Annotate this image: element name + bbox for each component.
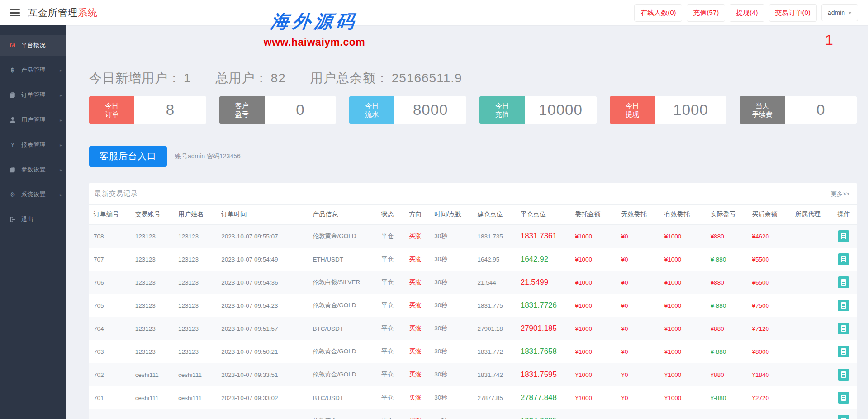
- cell-agent: [791, 294, 834, 317]
- summary-label: 总用户：: [216, 71, 268, 85]
- cell-action: [834, 409, 857, 419]
- cell-account: ceshi111: [131, 386, 174, 409]
- cell-direction: 买涨: [404, 225, 430, 248]
- row-detail-button[interactable]: [838, 276, 849, 288]
- cell-action: [834, 225, 857, 248]
- column-header: 操作: [834, 205, 857, 225]
- sidebar-item-reports[interactable]: ¥报表管理▸: [0, 134, 66, 155]
- cell-balance: ¥4620: [747, 225, 790, 248]
- orders-icon: [9, 92, 17, 98]
- summary-stat: 用户总余额：25166511.9: [310, 70, 462, 87]
- row-detail-button[interactable]: [838, 323, 849, 334]
- header-button-recharge[interactable]: 充值(57): [687, 4, 725, 22]
- header-actions: 在线人数(0)充值(57)提现(4)交易订单(0) admin: [634, 4, 858, 22]
- sidebar-item-logout[interactable]: 退出: [0, 209, 66, 230]
- cell-order-id: 707: [89, 248, 131, 271]
- cell-status: 平仓: [377, 409, 404, 419]
- sidebar-item-label: 订单管理: [21, 91, 46, 99]
- cell-username: 123123: [174, 225, 217, 248]
- header-button-trade-orders[interactable]: 交易订单(0): [769, 4, 817, 22]
- stat-card-value: 0: [785, 96, 857, 124]
- user-menu[interactable]: admin: [821, 4, 858, 21]
- cell-product: BTC/USDT: [308, 317, 377, 340]
- table-row: 7031231231231232023-10-07 09:50:21伦敦黄金/G…: [89, 340, 857, 363]
- cell-agent: [791, 317, 834, 340]
- cell-amount: ¥1000: [570, 340, 617, 363]
- cell-valid: ¥1000: [660, 409, 706, 419]
- service-portal-button[interactable]: 客服后台入口: [89, 146, 167, 167]
- chevron-right-icon: ▸: [60, 93, 62, 98]
- stat-card-value: 1000: [655, 96, 727, 124]
- chevron-right-icon: ▸: [60, 68, 62, 73]
- sidebar-item-system[interactable]: ⚙系统设置▸: [0, 184, 66, 205]
- stat-card-label: 今日充值: [479, 96, 525, 124]
- cell-valid: ¥1000: [660, 248, 706, 271]
- cell-order-time: 2023-10-07 09:55:07: [217, 225, 308, 248]
- logout-icon: [9, 216, 17, 223]
- cell-balance: ¥8000: [747, 340, 790, 363]
- sidebar-item-products[interactable]: ฿产品管理▸: [0, 60, 66, 81]
- row-detail-button[interactable]: [838, 346, 849, 357]
- cell-account: 123123: [131, 248, 174, 271]
- cell-order-time: 2023-10-07 09:33:02: [217, 386, 308, 409]
- cell-invalid: ¥0: [617, 271, 659, 294]
- sidebar-item-label: 报表管理: [21, 141, 46, 149]
- service-credentials: 账号admin 密码123456: [175, 152, 241, 161]
- row-detail-button[interactable]: [838, 369, 849, 381]
- cell-agent: [791, 248, 834, 271]
- header-button-withdraw[interactable]: 提现(4): [730, 4, 764, 22]
- cell-balance: ¥7120: [747, 317, 790, 340]
- cell-profit: ¥-880: [706, 409, 748, 419]
- sidebar-item-users[interactable]: 用户管理▸: [0, 110, 66, 130]
- sidebar-item-orders[interactable]: 订单管理▸: [0, 85, 66, 105]
- cell-amount: ¥1000: [570, 248, 617, 271]
- document-icon: [841, 348, 846, 355]
- document-icon: [841, 371, 846, 378]
- summary-label: 用户总余额：: [310, 71, 389, 85]
- table-row: 7071231231231232023-10-07 09:54:49ETH/US…: [89, 248, 857, 271]
- row-detail-button[interactable]: [838, 415, 849, 419]
- sidebar-item-label: 平台概况: [21, 41, 46, 49]
- cell-open-price: 1831.735: [473, 225, 516, 248]
- cell-close-price: 1924.2685: [516, 409, 571, 419]
- cell-status: 平仓: [377, 248, 404, 271]
- header-button-online-users[interactable]: 在线人数(0): [634, 4, 682, 22]
- cell-close-price: 1642.92: [516, 248, 571, 271]
- row-detail-button[interactable]: [838, 230, 849, 242]
- cell-action: [834, 248, 857, 271]
- column-header: 用户姓名: [174, 205, 217, 225]
- cell-valid: ¥1000: [660, 363, 706, 386]
- cell-invalid: ¥0: [617, 294, 659, 317]
- cell-product: 伦敦黄金/GOLD: [308, 363, 377, 386]
- menu-toggle-icon[interactable]: [10, 9, 20, 16]
- cell-order-time: 2023-10-07 09:50:21: [217, 340, 308, 363]
- cell-order-id: 706: [89, 271, 131, 294]
- cell-period: 30秒: [430, 386, 473, 409]
- sidebar-item-label: 系统设置: [21, 190, 46, 199]
- cell-open-price: 27877.85: [473, 386, 516, 409]
- sidebar-item-label: 产品管理: [21, 66, 46, 74]
- sidebar-item-overview[interactable]: 平台概况: [0, 35, 66, 56]
- cell-amount: ¥1000: [570, 271, 617, 294]
- cell-close-price: 27901.185: [516, 317, 571, 340]
- cell-close-price: 1831.7726: [516, 294, 571, 317]
- sidebar-item-params[interactable]: 参数设置▸: [0, 159, 66, 180]
- cell-product: 伦敦黄金/GOLD: [308, 340, 377, 363]
- user-icon: [9, 117, 17, 123]
- row-detail-button[interactable]: [838, 300, 849, 311]
- cell-invalid: ¥0: [617, 386, 659, 409]
- cell-username: ceshi111: [174, 386, 217, 409]
- cell-close-price: 1831.7658: [516, 340, 571, 363]
- user-menu-label: admin: [828, 9, 845, 16]
- stat-card-today-withdraw: 今日提现1000: [610, 96, 727, 124]
- cell-profit: ¥-880: [706, 386, 748, 409]
- more-link[interactable]: 更多>>: [831, 190, 849, 198]
- cell-direction: 买涨: [404, 386, 430, 409]
- row-detail-button[interactable]: [838, 392, 849, 404]
- cell-account: ceshi111: [131, 363, 174, 386]
- cell-amount: ¥1000: [570, 317, 617, 340]
- cell-balance: ¥5500: [747, 248, 790, 271]
- cell-order-id: 704: [89, 317, 131, 340]
- row-detail-button[interactable]: [838, 253, 849, 265]
- cell-order-time: 2023-10-07 09:54:23: [217, 294, 308, 317]
